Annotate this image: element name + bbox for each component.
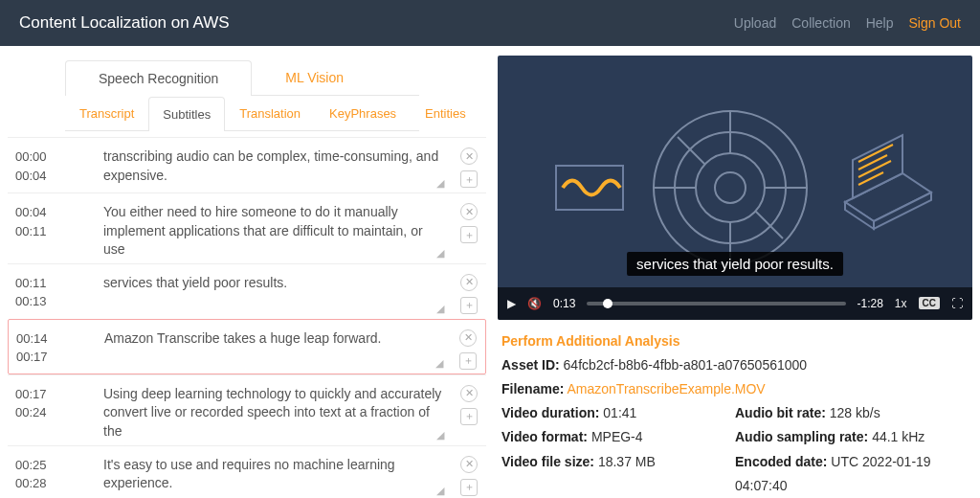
tabs-secondary: Transcript Subtitles Translation KeyPhra…	[65, 96, 419, 131]
abitrate-label: Audio bit rate:	[735, 405, 826, 420]
add-subtitle-button[interactable]: ＋	[460, 479, 478, 496]
fullscreen-icon[interactable]: ⛶	[951, 297, 963, 310]
subtitle-times: 00:1400:17	[16, 329, 104, 370]
app-header: Content Localization on AWS Upload Colle…	[0, 0, 980, 46]
subtitle-text[interactable]: It's easy to use and requires no machine…	[103, 456, 456, 497]
subtitle-times: 00:1700:24	[15, 385, 103, 441]
delete-subtitle-button[interactable]: ✕	[460, 456, 478, 473]
delete-subtitle-button[interactable]: ✕	[459, 329, 477, 347]
play-icon[interactable]: ▶	[507, 297, 516, 310]
add-subtitle-button[interactable]: ＋	[460, 297, 478, 314]
tab-ml-vision[interactable]: ML Vision	[252, 59, 377, 95]
filename-label: Filename:	[501, 381, 564, 396]
video-frame	[498, 56, 972, 320]
subtitle-text[interactable]: You either need to hire someone to do it…	[103, 203, 456, 260]
nav-help[interactable]: Help	[866, 15, 894, 31]
subtitle-actions: ✕＋	[456, 456, 482, 497]
subtitle-actions: ✕＋	[456, 147, 482, 189]
duration-value: 01:41	[603, 405, 636, 420]
tab-speech-recognition[interactable]: Speech Recognition	[65, 60, 252, 96]
resize-handle-icon: ◢	[436, 484, 444, 498]
tab-subtitles[interactable]: Subtitles	[148, 97, 225, 131]
subtitle-text[interactable]: Amazon Transcribe takes a huge leap forw…	[104, 329, 455, 370]
svg-rect-10	[556, 166, 623, 210]
delete-subtitle-button[interactable]: ✕	[460, 385, 478, 402]
resize-handle-icon: ◢	[436, 428, 444, 442]
video-progress-bar[interactable]	[587, 302, 845, 306]
subtitle-times: 00:2500:28	[15, 456, 103, 497]
delete-subtitle-button[interactable]: ✕	[460, 203, 478, 220]
subtitle-row[interactable]: 00:0000:04transcribing audio can be comp…	[8, 137, 486, 192]
add-subtitle-button[interactable]: ＋	[459, 352, 477, 370]
subtitle-text[interactable]: Using deep learning technology to quickl…	[103, 385, 456, 441]
format-label: Video format:	[501, 429, 588, 444]
size-label: Video file size:	[501, 454, 594, 469]
subtitle-actions: ✕＋	[455, 329, 481, 370]
svg-point-2	[696, 153, 765, 222]
tab-entities[interactable]: Entities	[411, 96, 480, 130]
subtitle-list[interactable]: 00:0000:04transcribing audio can be comp…	[8, 137, 486, 498]
video-player[interactable]: services that yield poor results. ▶ 🔇 0:…	[498, 56, 972, 320]
tab-translation[interactable]: Translation	[225, 96, 315, 130]
subtitle-times: 00:0000:04	[15, 147, 103, 189]
resize-handle-icon: ◢	[436, 302, 444, 316]
resize-handle-icon: ◢	[436, 176, 444, 191]
subtitle-times: 00:1100:13	[15, 274, 103, 315]
subtitle-actions: ✕＋	[456, 274, 482, 315]
nav-upload[interactable]: Upload	[734, 15, 776, 31]
subtitle-row[interactable]: 00:1700:24Using deep learning technology…	[8, 374, 486, 445]
right-panel: services that yield poor results. ▶ 🔇 0:…	[498, 56, 972, 498]
video-remaining: -1:28	[858, 297, 883, 310]
subtitle-times: 00:0400:11	[15, 203, 103, 260]
nav-collection[interactable]: Collection	[791, 15, 850, 31]
app-title: Content Localization on AWS	[19, 13, 230, 33]
resize-handle-icon: ◢	[435, 356, 443, 371]
main-content: Speech Recognition ML Vision Transcript …	[0, 46, 980, 498]
subtitle-row[interactable]: 00:1400:17Amazon Transcribe takes a huge…	[8, 319, 486, 374]
video-controls: ▶ 🔇 0:13 -1:28 1x CC ⛶	[498, 287, 972, 320]
size-value: 18.37 MB	[598, 454, 656, 469]
svg-point-3	[715, 172, 746, 203]
metadata-panel: Perform Additional Analysis Asset ID: 64…	[498, 320, 972, 498]
subtitle-row[interactable]: 00:2500:28It's easy to use and requires …	[8, 445, 486, 498]
add-subtitle-button[interactable]: ＋	[460, 170, 478, 188]
subtitle-text[interactable]: transcribing audio can be complex, time-…	[103, 147, 456, 189]
asample-label: Audio sampling rate:	[735, 429, 868, 444]
header-nav: Upload Collection Help Sign Out	[734, 15, 961, 31]
delete-subtitle-button[interactable]: ✕	[460, 147, 478, 165]
add-subtitle-button[interactable]: ＋	[460, 226, 478, 243]
asset-id-label: Asset ID:	[501, 357, 560, 373]
playback-speed[interactable]: 1x	[895, 297, 907, 310]
duration-label: Video duration:	[501, 405, 599, 420]
subtitle-actions: ✕＋	[456, 385, 482, 441]
left-panel: Speech Recognition ML Vision Transcript …	[8, 56, 486, 498]
asset-id-value: 64fcb2cf-b8b6-4fbb-a801-a07650561000	[564, 357, 808, 373]
mute-icon[interactable]: 🔇	[527, 297, 542, 310]
video-caption: services that yield poor results.	[627, 252, 843, 276]
delete-subtitle-button[interactable]: ✕	[460, 274, 478, 291]
asample-value: 44.1 kHz	[872, 429, 924, 444]
subtitle-text[interactable]: services that yield poor results.◢	[103, 274, 456, 315]
subtitle-row[interactable]: 00:0400:11You either need to hire someon…	[8, 192, 486, 263]
tabs-primary: Speech Recognition ML Vision	[65, 59, 419, 96]
subtitle-row[interactable]: 00:1100:13services that yield poor resul…	[8, 263, 486, 319]
subtitle-actions: ✕＋	[456, 203, 482, 260]
nav-signout[interactable]: Sign Out	[909, 15, 961, 31]
resize-handle-icon: ◢	[436, 246, 444, 260]
format-value: MPEG-4	[591, 429, 643, 444]
progress-thumb[interactable]	[603, 299, 612, 308]
tab-keyphrases[interactable]: KeyPhrases	[315, 96, 411, 130]
abitrate-value: 128 kb/s	[830, 405, 880, 420]
add-subtitle-button[interactable]: ＋	[460, 408, 478, 425]
cc-icon[interactable]: CC	[919, 297, 940, 309]
filename-link[interactable]: AmazonTranscribeExample.MOV	[567, 381, 765, 396]
tab-transcript[interactable]: Transcript	[65, 96, 148, 130]
encoded-label: Encoded date:	[735, 454, 827, 469]
video-elapsed: 0:13	[553, 297, 575, 310]
perform-analysis-link[interactable]: Perform Additional Analysis	[501, 329, 969, 353]
